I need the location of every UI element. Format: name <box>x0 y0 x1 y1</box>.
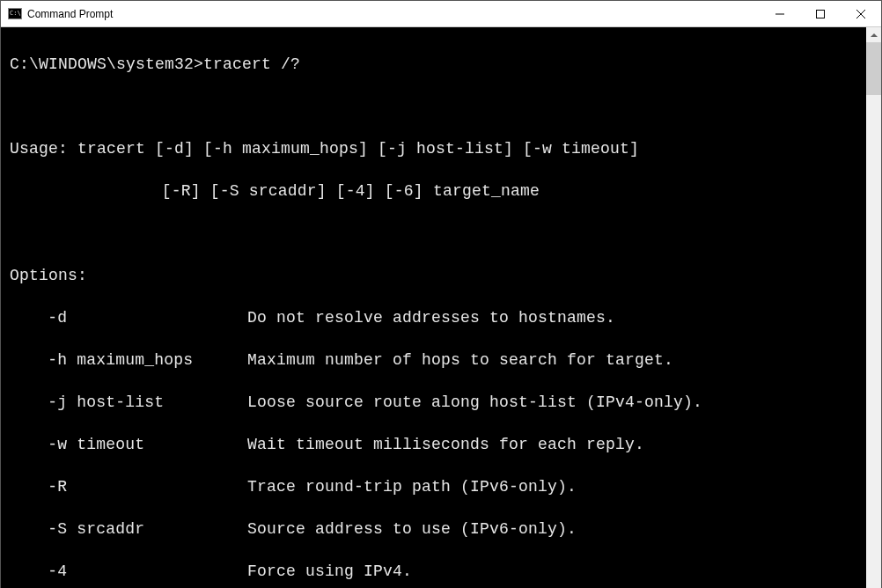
scroll-track[interactable] <box>866 42 881 588</box>
option-flag: -S srcaddr <box>48 518 247 540</box>
command-prompt-window: C:\ Command Prompt C:\WINDOWS\system32>t… <box>0 0 882 588</box>
app-icon: C:\ <box>8 7 22 21</box>
minimize-button[interactable] <box>760 1 800 27</box>
option-flag: -4 <box>48 561 247 582</box>
option-row: -4Force using IPv4. <box>10 561 861 582</box>
prompt-text: C:\WINDOWS\system32> <box>10 55 203 73</box>
scroll-up-button[interactable] <box>866 27 881 42</box>
svg-text:C:\: C:\ <box>10 10 21 17</box>
options-header: Options: <box>10 265 861 286</box>
command-line: C:\WINDOWS\system32>tracert /? <box>10 54 861 75</box>
terminal-output[interactable]: C:\WINDOWS\system32>tracert /? Usage: tr… <box>1 27 866 588</box>
option-row: -j host-listLoose source route along hos… <box>10 392 861 413</box>
option-desc: Loose source route along host-list (IPv4… <box>247 392 702 413</box>
usage-text-1: tracert [-d] [-h maximum_hops] [-j host-… <box>77 140 639 158</box>
option-row: -RTrace round-trip path (IPv6-only). <box>10 476 861 497</box>
usage-line-2: [-R] [-S srcaddr] [-4] [-6] target_name <box>10 180 861 202</box>
command-text: tracert /? <box>203 55 300 73</box>
option-row: -dDo not resolve addresses to hostnames. <box>10 307 861 328</box>
option-flag: -j host-list <box>48 392 247 413</box>
option-desc: Do not resolve addresses to hostnames. <box>247 307 615 328</box>
option-desc: Wait timeout milliseconds for each reply… <box>247 434 644 455</box>
option-desc: Trace round-trip path (IPv6-only). <box>247 476 577 497</box>
option-flag: -R <box>48 476 247 497</box>
usage-line-1: Usage: tracert [-d] [-h maximum_hops] [-… <box>10 138 861 159</box>
option-desc: Source address to use (IPv6-only). <box>247 518 577 540</box>
option-flag: -h maximum_hops <box>48 349 247 371</box>
blank-line <box>10 96 861 117</box>
scroll-thumb[interactable] <box>866 42 881 95</box>
window-title: Command Prompt <box>27 8 113 20</box>
option-flag: -w timeout <box>48 434 247 455</box>
option-flag: -d <box>48 307 247 328</box>
close-button[interactable] <box>841 1 881 27</box>
svg-rect-3 <box>817 10 825 18</box>
option-row: -S srcaddrSource address to use (IPv6-on… <box>10 518 861 540</box>
option-desc: Force using IPv4. <box>247 561 412 582</box>
usage-text-2: [-R] [-S srcaddr] [-4] [-6] target_name <box>162 182 540 200</box>
content-area: C:\WINDOWS\system32>tracert /? Usage: tr… <box>1 27 881 588</box>
usage-label: Usage: <box>10 140 77 158</box>
maximize-button[interactable] <box>800 1 841 27</box>
titlebar[interactable]: C:\ Command Prompt <box>1 1 881 27</box>
blank-line <box>10 223 861 244</box>
option-row: -h maximum_hopsMaximum number of hops to… <box>10 349 861 371</box>
option-row: -w timeoutWait timeout milliseconds for … <box>10 434 861 455</box>
option-desc: Maximum number of hops to search for tar… <box>247 349 673 371</box>
vertical-scrollbar[interactable] <box>866 27 881 588</box>
